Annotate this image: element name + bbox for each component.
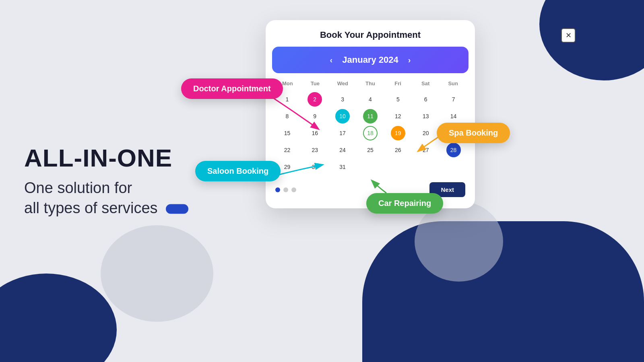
date-22[interactable]: 22 <box>280 143 294 157</box>
modal-title: Book Your Appointment <box>266 20 475 47</box>
blue-pill-decoration <box>166 204 188 214</box>
date-30[interactable]: 30 <box>308 160 322 174</box>
date-27[interactable]: 27 <box>419 143 433 157</box>
day-thu: Thu <box>357 77 384 90</box>
date-5[interactable]: 5 <box>391 92 405 107</box>
headline: ALL-IN-ONE <box>24 144 188 172</box>
date-25[interactable]: 25 <box>363 143 378 157</box>
day-fri: Fri <box>384 77 412 90</box>
date-7[interactable]: 7 <box>446 92 461 107</box>
bg-blob-mid-left <box>101 225 213 322</box>
day-wed: Wed <box>329 77 357 90</box>
date-12[interactable]: 12 <box>391 109 405 123</box>
subtext: One solution for all types of services <box>24 178 188 218</box>
calendar-day-headers: Mon Tue Wed Thu Fri Sat Sun <box>274 77 467 90</box>
date-15[interactable]: 15 <box>280 126 294 140</box>
saloon-booking-pill[interactable]: Saloon Booking <box>195 161 281 181</box>
bg-blob-bottom-left <box>0 274 117 362</box>
date-24[interactable]: 24 <box>335 143 350 157</box>
date-9[interactable]: 9 <box>308 109 322 123</box>
date-2[interactable]: 2 <box>308 92 322 107</box>
dot-1[interactable] <box>275 187 280 192</box>
bg-blob-bottom-right <box>362 221 644 362</box>
date-10[interactable]: 10 <box>335 109 350 123</box>
date-empty-3 <box>419 160 433 174</box>
close-button[interactable]: ✕ <box>561 28 576 43</box>
date-13[interactable]: 13 <box>419 109 433 123</box>
date-14[interactable]: 14 <box>446 109 461 123</box>
date-6[interactable]: 6 <box>419 92 433 107</box>
date-empty-1 <box>363 160 378 174</box>
close-icon: ✕ <box>566 32 572 39</box>
date-4[interactable]: 4 <box>363 92 378 107</box>
day-sun: Sun <box>439 77 467 90</box>
car-repairing-pill[interactable]: Car Repairing <box>366 193 443 214</box>
dot-3[interactable] <box>291 187 296 192</box>
date-26[interactable]: 26 <box>391 143 405 157</box>
doctor-appointment-pill[interactable]: Doctor Appointment <box>181 78 283 99</box>
month-nav: ‹ January 2024 › <box>279 55 462 65</box>
date-31[interactable]: 31 <box>335 160 350 174</box>
date-16[interactable]: 16 <box>308 126 322 140</box>
date-23[interactable]: 23 <box>308 143 322 157</box>
date-29[interactable]: 29 <box>280 160 294 174</box>
day-tue: Tue <box>301 77 329 90</box>
subtext-line1: One solution for <box>24 179 132 196</box>
date-1[interactable]: 1 <box>280 92 294 107</box>
date-28[interactable]: 28 <box>446 143 461 157</box>
date-3[interactable]: 3 <box>335 92 350 107</box>
date-empty-4 <box>446 160 461 174</box>
date-20[interactable]: 20 <box>419 126 433 140</box>
next-month-button[interactable]: › <box>408 56 411 65</box>
date-19[interactable]: 19 <box>391 126 405 140</box>
modal-card: Book Your Appointment ‹ January 2024 › M… <box>266 20 475 208</box>
day-sat: Sat <box>412 77 440 90</box>
date-17[interactable]: 17 <box>335 126 350 140</box>
spa-booking-pill[interactable]: Spa Booking <box>437 123 510 143</box>
pagination-dots <box>275 187 296 192</box>
month-year-label: January 2024 <box>342 55 398 65</box>
left-content: ALL-IN-ONE One solution for all types of… <box>24 144 188 218</box>
date-8[interactable]: 8 <box>280 109 294 123</box>
bg-blob-top-right <box>539 0 644 80</box>
date-empty-2 <box>391 160 405 174</box>
date-18[interactable]: 18 <box>363 126 378 140</box>
subtext-line2: all types of services <box>24 199 158 216</box>
date-11[interactable]: 11 <box>363 109 378 123</box>
prev-month-button[interactable]: ‹ <box>330 56 333 65</box>
calendar-header: ‹ January 2024 › <box>272 47 469 73</box>
dot-2[interactable] <box>283 187 288 192</box>
